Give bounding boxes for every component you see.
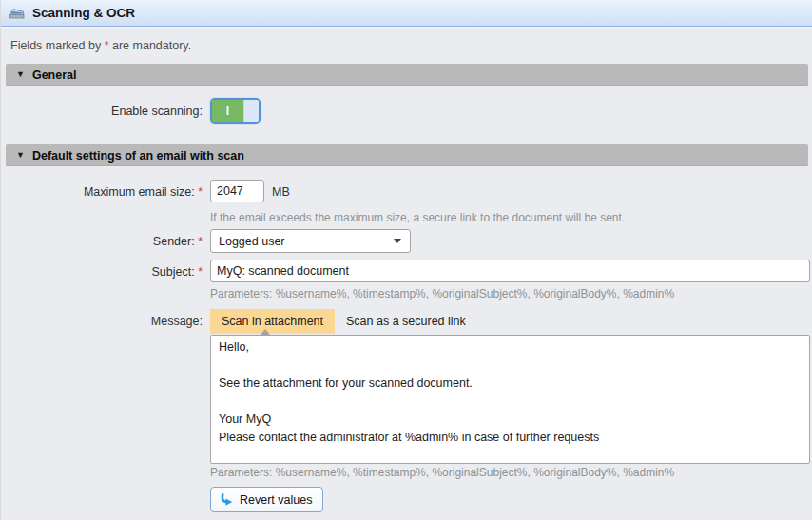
message-tabs: Scan in attachment Scan as a secured lin… bbox=[210, 309, 477, 334]
subject-params-hint: Parameters: %username%, %timestamp%, %or… bbox=[210, 287, 674, 300]
collapse-triangle-icon: ▼ bbox=[16, 151, 25, 160]
page-title: Scanning & OCR bbox=[32, 6, 135, 20]
subject-input[interactable] bbox=[210, 260, 810, 282]
subject-label: Subject: * bbox=[1, 265, 203, 279]
chevron-down-icon bbox=[394, 239, 401, 243]
toggle-on-segment: I bbox=[212, 100, 243, 122]
enable-scanning-label: Enable scanning: bbox=[1, 105, 203, 118]
max-email-size-input[interactable] bbox=[210, 180, 264, 202]
max-email-size-label: Maximum email size: * bbox=[1, 185, 203, 199]
tab-scan-as-secured-link[interactable]: Scan as a secured link bbox=[335, 309, 477, 334]
sender-label: Sender: * bbox=[1, 235, 203, 248]
section-title: General bbox=[32, 68, 77, 82]
section-header-email-defaults[interactable]: ▼ Default settings of an email with scan bbox=[6, 144, 808, 166]
max-email-size-unit: MB bbox=[272, 185, 290, 199]
section-header-general[interactable]: ▼ General bbox=[6, 64, 808, 86]
enable-scanning-toggle[interactable]: I bbox=[210, 98, 261, 124]
revert-values-button[interactable]: Revert values bbox=[210, 487, 323, 512]
message-label: Message: bbox=[1, 315, 203, 328]
sender-selected-value: Logged user bbox=[219, 235, 285, 248]
page-header: Scanning & OCR bbox=[1, 0, 812, 27]
mandatory-notice: Fields marked by * are mandatory. bbox=[10, 39, 191, 52]
revert-values-label: Revert values bbox=[240, 493, 312, 507]
revert-arrow-icon bbox=[219, 492, 234, 508]
toggle-knob bbox=[243, 100, 259, 122]
sender-select[interactable]: Logged user bbox=[210, 229, 411, 253]
settings-panel: { "window": { "title": "Scanning & OCR" … bbox=[0, 0, 812, 520]
tab-scan-in-attachment[interactable]: Scan in attachment bbox=[210, 309, 335, 334]
section-title: Default settings of an email with scan bbox=[32, 149, 244, 163]
message-textarea[interactable]: Hello, See the attachment for your scann… bbox=[210, 335, 810, 464]
collapse-triangle-icon: ▼ bbox=[16, 70, 25, 79]
message-params-hint: Parameters: %username%, %timestamp%, %or… bbox=[210, 466, 674, 479]
max-email-size-help: If the email exceeds the maximum size, a… bbox=[210, 211, 625, 224]
scanner-icon bbox=[8, 6, 26, 21]
